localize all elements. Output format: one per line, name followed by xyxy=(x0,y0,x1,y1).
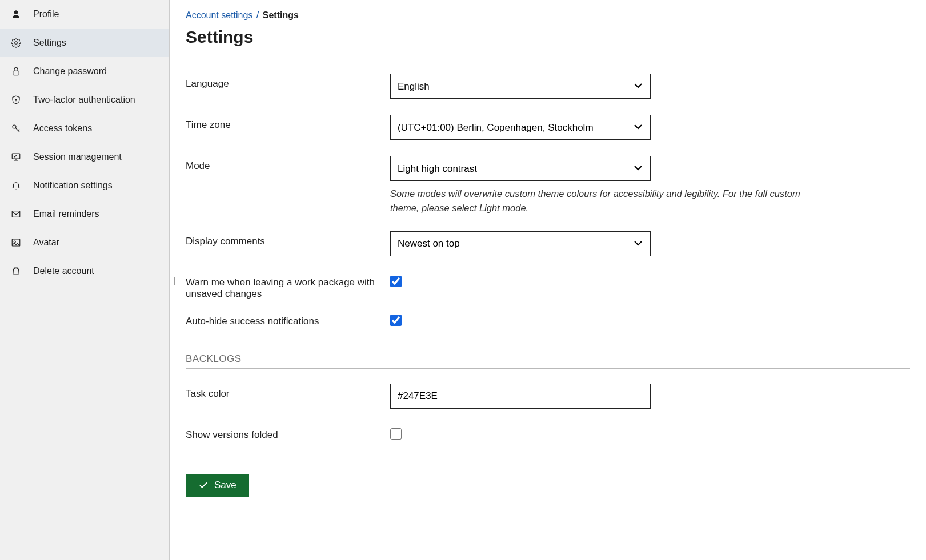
page-title: Settings xyxy=(186,27,910,47)
svg-rect-5 xyxy=(12,211,20,217)
row-timezone: Time zone (UTC+01:00) Berlin, Copenhagen… xyxy=(186,115,910,140)
label-display-comments: Display comments xyxy=(186,231,390,247)
image-icon xyxy=(10,237,22,248)
row-versions-folded: Show versions folded xyxy=(186,425,910,442)
row-mode: Mode Light high contrast Some modes will… xyxy=(186,156,910,215)
sidebar-item-label: Two-factor authentication xyxy=(33,95,135,105)
svg-point-3 xyxy=(13,125,16,128)
gear-icon xyxy=(10,37,22,49)
backlogs-divider xyxy=(186,368,910,369)
row-display-comments: Display comments Newest on top xyxy=(186,231,910,256)
row-task-color: Task color xyxy=(186,384,910,409)
label-mode: Mode xyxy=(186,156,390,172)
title-divider xyxy=(186,53,910,53)
label-warn-unsaved: Warn me when leaving a work package with… xyxy=(186,272,390,300)
sidebar-item-access-tokens[interactable]: Access tokens xyxy=(0,114,169,143)
svg-point-2 xyxy=(15,99,17,100)
trash-icon xyxy=(10,265,22,277)
checkbox-warn-unsaved[interactable] xyxy=(390,276,402,287)
sidebar-item-avatar[interactable]: Avatar xyxy=(0,228,169,257)
svg-point-7 xyxy=(14,241,15,243)
label-task-color: Task color xyxy=(186,384,390,400)
select-display-comments[interactable]: Newest on top xyxy=(390,231,651,256)
row-language: Language English xyxy=(186,74,910,99)
breadcrumb-separator: / xyxy=(256,10,259,20)
section-heading-backlogs: BACKLOGS xyxy=(186,353,910,365)
main-content: Account settings / Settings Settings Lan… xyxy=(170,0,926,560)
select-timezone[interactable]: (UTC+01:00) Berlin, Copenhagen, Stockhol… xyxy=(390,115,651,140)
sidebar-item-session-management[interactable]: Session management xyxy=(0,143,169,171)
save-button[interactable]: Save xyxy=(186,474,249,497)
sidebar-item-label: Settings xyxy=(33,38,66,48)
sidebar-item-2fa[interactable]: Two-factor authentication xyxy=(0,86,169,114)
label-autohide: Auto-hide success notifications xyxy=(186,311,390,327)
monitor-icon xyxy=(10,151,22,163)
sidebar-item-label: Email reminders xyxy=(33,209,99,219)
select-language[interactable]: English xyxy=(390,74,651,99)
sidebar-item-delete-account[interactable]: Delete account xyxy=(0,257,169,285)
sidebar-item-label: Notification settings xyxy=(33,180,113,191)
row-autohide: Auto-hide success notifications xyxy=(186,311,910,328)
sidebar-item-label: Change password xyxy=(33,66,107,76)
svg-rect-1 xyxy=(13,71,19,75)
sidebar-item-label: Session management xyxy=(33,152,122,162)
label-versions-folded: Show versions folded xyxy=(186,425,390,441)
sidebar-item-notification-settings[interactable]: Notification settings xyxy=(0,171,169,200)
checkbox-autohide[interactable] xyxy=(390,315,402,326)
sidebar-item-profile[interactable]: Profile xyxy=(0,0,169,29)
bell-icon xyxy=(10,180,22,191)
check-icon xyxy=(198,480,209,490)
sidebar-item-change-password[interactable]: Change password xyxy=(0,57,169,86)
checkbox-versions-folded[interactable] xyxy=(390,428,402,440)
sidebar-item-label: Profile xyxy=(33,9,59,19)
breadcrumb: Account settings / Settings xyxy=(186,10,910,21)
row-warn-unsaved: Warn me when leaving a work package with… xyxy=(186,272,910,300)
sidebar-item-label: Delete account xyxy=(33,266,94,276)
svg-point-0 xyxy=(15,42,18,45)
save-button-label: Save xyxy=(214,480,236,491)
label-language: Language xyxy=(186,74,390,90)
sidebar-item-settings[interactable]: Settings xyxy=(0,29,169,57)
input-task-color[interactable] xyxy=(390,384,651,409)
user-icon xyxy=(10,9,22,20)
lock-icon xyxy=(10,66,22,77)
label-timezone: Time zone xyxy=(186,115,390,131)
sidebar-resize-handle[interactable]: || xyxy=(173,276,175,285)
sidebar: Profile Settings Change password Two-fac… xyxy=(0,0,170,560)
sidebar-item-label: Access tokens xyxy=(33,123,92,134)
mode-help-text: Some modes will overwrite custom theme c… xyxy=(390,187,801,215)
sidebar-item-email-reminders[interactable]: Email reminders xyxy=(0,200,169,228)
breadcrumb-current: Settings xyxy=(263,10,299,20)
key-icon xyxy=(10,123,22,134)
select-mode[interactable]: Light high contrast xyxy=(390,156,651,181)
breadcrumb-parent-link[interactable]: Account settings xyxy=(186,10,252,20)
shield-icon xyxy=(10,94,22,106)
sidebar-item-label: Avatar xyxy=(33,237,59,248)
mail-icon xyxy=(10,208,22,220)
